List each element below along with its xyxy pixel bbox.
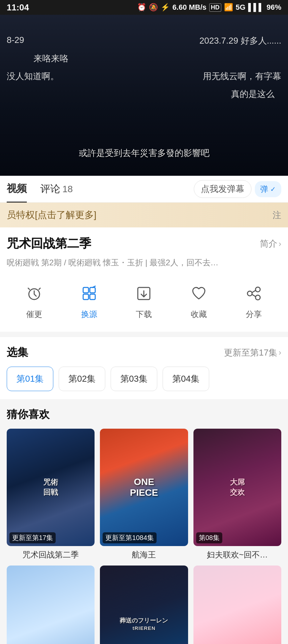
rec-thumb-onepiece: ONEPIECE 更新至第1084集 xyxy=(100,429,188,546)
member-banner[interactable]: 员特权[点击了解更多] 注 xyxy=(0,203,288,227)
rec-item-frieren[interactable]: 葬送のフリーレンtRIEREN xyxy=(100,566,188,644)
danmu-comment5: 真的是这么 xyxy=(7,88,281,100)
anime-tags: 呪術廻戦 第2期 / 呪術廻戦 懐玉・玉折 | 最强2人，回不去… xyxy=(7,257,281,269)
episode-02-button[interactable]: 第02集 xyxy=(59,367,105,391)
member-note: 注 xyxy=(273,209,281,221)
danmu-comment4: 用无线云啊，有字幕 xyxy=(203,70,281,82)
action-download[interactable]: 下载 xyxy=(132,281,156,320)
status-bar: 11:04 ⏰ 🔕 ⚡ 6.60 MB/s HD 📶 5G ▌▌▌ 96% xyxy=(0,0,288,15)
signal-bars: ▌▌▌ xyxy=(248,3,264,12)
action-remind[interactable]: 催更 xyxy=(22,281,46,320)
danmu-icon: 弹 xyxy=(260,184,268,195)
rec-thumb-frieren: 葬送のフリーレンtRIEREN xyxy=(100,566,188,644)
action-source[interactable]: 换源 xyxy=(77,281,101,320)
rec-thumb-jujutsu: 咒術回戦 更新至第17集 xyxy=(7,429,95,546)
rec-name-adult: 妇夫联欢~回不… xyxy=(193,549,281,560)
tab-comment-count: 18 xyxy=(62,184,73,195)
tab-bar: 视频 评论 18 点我发弹幕 弹 ✓ xyxy=(0,176,288,203)
episode-list: 第01集 第02集 第03集 第04集 xyxy=(7,367,281,391)
alarm-action-icon xyxy=(22,281,46,306)
danmu-comment3: 没人知道啊。 xyxy=(7,70,59,82)
danmu-overlay: 8-29 2023.7.29 好多人...... 来咯来咯 没人知道啊。 用无线… xyxy=(0,35,288,106)
danmu-title: 2023.7.29 好多人...... xyxy=(199,35,281,47)
speed-indicator: 6.60 MB/s xyxy=(172,3,207,12)
episode-section-header: 选集 更新至第17集 › xyxy=(7,345,281,360)
chevron-right-icon: › xyxy=(279,239,281,249)
rec-badge-adult: 第08集 xyxy=(196,532,222,543)
svg-rect-3 xyxy=(83,294,89,300)
action-share[interactable]: 分享 xyxy=(242,281,266,320)
heart-action-icon xyxy=(187,281,211,306)
action-row: 催更 换源 下载 xyxy=(7,278,281,326)
rec-name-onepiece: 航海王 xyxy=(100,549,188,560)
update-info[interactable]: 更新至第17集 › xyxy=(224,347,281,359)
svg-rect-2 xyxy=(90,287,95,293)
bluetooth-icon: ⚡ xyxy=(161,3,170,12)
action-collect[interactable]: 收藏 xyxy=(187,281,211,320)
episode-01-button[interactable]: 第01集 xyxy=(7,367,53,391)
rec-item-adult[interactable]: 大屌交欢 第08集 妇夫联欢~回不… xyxy=(193,429,281,560)
danmu-comment2: 来咯来咯 xyxy=(7,53,281,64)
intro-link[interactable]: 简介 › xyxy=(260,238,281,250)
signal-5g: 5G xyxy=(236,3,245,12)
chevron-right-ep-icon: › xyxy=(279,348,281,357)
video-background: 8-29 2023.7.29 好多人...... 来咯来咯 没人知道啊。 用无线… xyxy=(0,15,288,176)
member-banner-text: 员特权[点击了解更多] xyxy=(7,209,97,221)
share-action-icon xyxy=(242,281,266,306)
wifi-icon: 📶 xyxy=(224,3,233,12)
svg-point-8 xyxy=(255,295,260,300)
action-source-label: 换源 xyxy=(81,309,97,320)
video-subtitle: 或許是受到去年災害多發的影響吧 xyxy=(79,147,210,159)
episode-03-button[interactable]: 第03集 xyxy=(111,367,157,391)
rec-badge-onepiece: 更新至第1084集 xyxy=(103,532,157,543)
action-collect-label: 收藏 xyxy=(191,309,207,320)
rec-badge-jujutsu: 更新至第17集 xyxy=(9,532,56,543)
rec-name-jujutsu: 咒术回战第二季 xyxy=(7,549,95,560)
video-player[interactable]: 8-29 2023.7.29 好多人...... 来咯来咯 没人知道啊。 用无线… xyxy=(0,15,288,176)
anime-title-row: 咒术回战第二季 简介 › xyxy=(7,235,281,252)
svg-rect-4 xyxy=(90,294,95,300)
danmu-input[interactable]: 点我发弹幕 xyxy=(194,180,251,198)
rec-thumb-sky xyxy=(7,566,95,644)
status-icons: ⏰ 🔕 ⚡ 6.60 MB/s HD 📶 5G ▌▌▌ 96% xyxy=(137,3,281,12)
mute-icon: 🔕 xyxy=(149,3,158,12)
anime-content-section: 咒术回战第二季 简介 › 呪術廻戦 第2期 / 呪術廻戦 懐玉・玉折 | 最强2… xyxy=(0,227,288,332)
danmu-toggle-button[interactable]: 弹 ✓ xyxy=(255,181,281,197)
danmu-area: 点我发弹幕 弹 ✓ xyxy=(194,180,281,198)
rec-thumb-pink xyxy=(193,566,281,644)
anime-title: 咒术回战第二季 xyxy=(7,235,91,252)
rec-item-pink[interactable] xyxy=(193,566,281,644)
alarm-icon: ⏰ xyxy=(137,3,146,12)
rec-thumb-adult: 大屌交欢 第08集 xyxy=(193,429,281,546)
rec-item-jujutsu[interactable]: 咒術回戦 更新至第17集 咒术回战第二季 xyxy=(7,429,95,560)
download-action-icon xyxy=(132,281,156,306)
action-share-label: 分享 xyxy=(246,309,262,320)
svg-point-6 xyxy=(255,287,260,292)
update-info-text: 更新至第17集 xyxy=(224,347,277,359)
episode-section-title: 选集 xyxy=(7,345,28,360)
episode-section: 选集 更新至第17集 › 第01集 第02集 第03集 第04集 xyxy=(0,337,288,399)
recommend-grid: 咒術回戦 更新至第17集 咒术回战第二季 ONEPIECE 更新至第1084集 … xyxy=(7,429,281,644)
tab-video[interactable]: 视频 xyxy=(7,176,27,203)
status-time: 11:04 xyxy=(7,2,29,13)
action-remind-label: 催更 xyxy=(26,309,42,320)
intro-label: 简介 xyxy=(260,238,277,250)
source-action-icon xyxy=(77,281,101,306)
rec-item-sky[interactable] xyxy=(7,566,95,644)
svg-rect-1 xyxy=(83,287,89,293)
episode-04-button[interactable]: 第04集 xyxy=(163,367,209,391)
rec-item-onepiece[interactable]: ONEPIECE 更新至第1084集 航海王 xyxy=(100,429,188,560)
danmu-date: 8-29 xyxy=(7,35,24,47)
tab-comment-label: 评论 xyxy=(40,182,60,196)
battery-indicator: 96% xyxy=(267,3,281,12)
danmu-check-icon: ✓ xyxy=(270,185,276,193)
svg-point-7 xyxy=(247,291,252,296)
action-download-label: 下载 xyxy=(136,309,152,320)
recommend-title: 猜你喜欢 xyxy=(7,407,281,422)
tab-comment[interactable]: 评论 18 xyxy=(40,176,73,203)
hd-badge: HD xyxy=(209,3,221,12)
recommend-section: 猜你喜欢 咒術回戦 更新至第17集 咒术回战第二季 ONEPIECE 更新至第1… xyxy=(0,399,288,644)
